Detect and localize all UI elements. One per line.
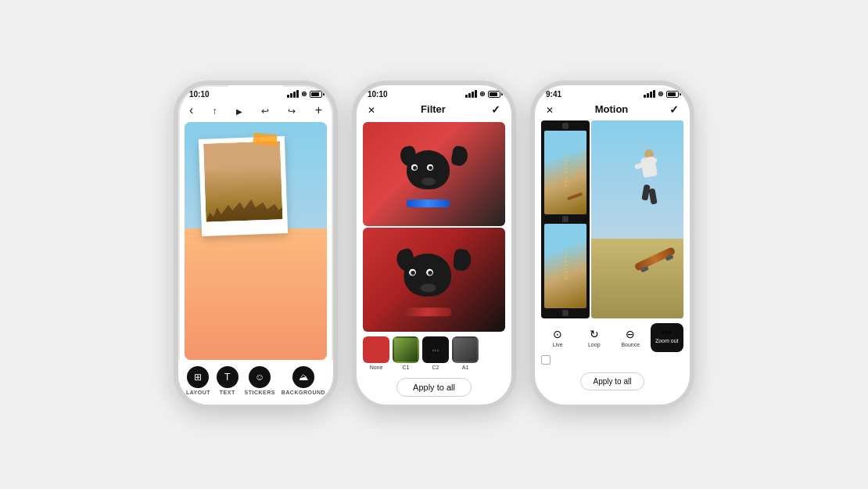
layout-label: LAYOUT	[186, 390, 210, 395]
confirm-button-3[interactable]	[669, 103, 679, 116]
live-option[interactable]: ⊙ Live	[541, 323, 575, 352]
polaroid-sticker	[199, 136, 288, 236]
share-button[interactable]	[213, 104, 217, 117]
signal-icon-3	[644, 90, 655, 98]
background-icon: ⛰	[292, 366, 314, 388]
motion-options: ⊙ Live ↻ Loop ⊖ Bounce ••• Zoom out	[535, 318, 690, 355]
live-icon: ⊙	[553, 328, 562, 340]
layout-icon: ⊞	[187, 366, 209, 388]
play-button[interactable]	[236, 104, 242, 117]
live-label: Live	[553, 342, 563, 347]
filter-none[interactable]: None	[363, 336, 389, 370]
film-text-2: FILMSTRIP	[564, 250, 568, 281]
apply-all-container-2: Apply to all	[357, 373, 511, 405]
film-text-1: KODAK PRO	[564, 156, 568, 189]
film-hole-1	[562, 123, 569, 129]
motion-preview-area: KODAK PRO FILMSTRIP	[541, 120, 683, 318]
toolbar-1	[178, 100, 333, 122]
signal-icon-2	[465, 90, 477, 98]
notch-2	[407, 85, 461, 99]
phone-2: 10:10 ⊛ Filter	[352, 81, 516, 409]
stickers-tool[interactable]: ☺ STICKERS	[245, 366, 275, 395]
filter-a1-label: A1	[462, 365, 469, 370]
tape-decoration	[253, 132, 277, 146]
filter-strip: None C1 ••• C2 A1	[357, 332, 511, 373]
checkbox-row	[535, 355, 690, 366]
filter-c2-thumbnail: •••	[422, 336, 449, 363]
zoom-out-icon: •••	[662, 328, 673, 336]
film-frame-1: KODAK PRO	[544, 131, 586, 215]
battery-icon-3	[666, 91, 679, 98]
phone-1: 10:10 ⊛	[174, 81, 338, 409]
layout-tool[interactable]: ⊞ LAYOUT	[186, 366, 210, 395]
bounce-icon: ⊖	[626, 328, 635, 340]
wifi-icon-1: ⊛	[301, 90, 307, 98]
wifi-icon-3: ⊛	[658, 90, 664, 98]
close-button-3[interactable]	[546, 103, 554, 116]
filter-c2[interactable]: ••• C2	[422, 336, 449, 370]
filter-a1[interactable]: A1	[452, 336, 479, 370]
canvas-area	[185, 122, 327, 360]
filter-title: Filter	[421, 103, 446, 115]
time-2: 10:10	[368, 90, 388, 99]
skater-figure	[630, 149, 669, 204]
dog-illustration-top	[407, 146, 461, 201]
notch-3	[585, 85, 640, 99]
apply-all-container-3: Apply to all	[535, 366, 690, 405]
skater-preview	[591, 120, 683, 318]
status-icons-3: ⊛	[644, 90, 679, 98]
filter-preview-area	[363, 122, 505, 332]
time-3: 9:41	[546, 90, 561, 99]
loop-icon: ↻	[590, 328, 599, 340]
undo-button[interactable]	[261, 104, 269, 117]
apply-checkbox[interactable]	[541, 355, 551, 365]
film-hole-2	[562, 216, 569, 222]
phone-3: 9:41 ⊛ Motion	[530, 81, 694, 409]
bottom-toolbar: ⊞ LAYOUT T TEXT ☺ STICKERS ⛰ BACKGROUND	[178, 360, 333, 405]
battery-icon-1	[310, 91, 322, 98]
filter-preview-bottom	[363, 228, 505, 332]
back-button[interactable]	[189, 103, 193, 117]
filter-c2-label: C2	[432, 365, 439, 370]
apply-all-button-2[interactable]: Apply to all	[396, 378, 472, 397]
motion-title: Motion	[595, 103, 629, 115]
status-icons-2: ⊛	[465, 90, 500, 98]
filter-header: Filter	[357, 100, 511, 122]
filter-c1[interactable]: C1	[393, 336, 419, 370]
battery-icon-2	[488, 91, 500, 98]
wifi-icon-2: ⊛	[479, 90, 486, 98]
time-1: 10:10	[189, 90, 210, 99]
zoom-out-option[interactable]: ••• Zoom out	[651, 323, 684, 352]
filter-a1-thumbnail	[452, 336, 479, 363]
stickers-label: STICKERS	[245, 390, 275, 395]
background-tool[interactable]: ⛰ BACKGROUND	[282, 366, 325, 395]
dog-illustration-bottom	[404, 250, 464, 310]
notch-1	[228, 85, 283, 99]
filter-c1-label: C1	[403, 365, 410, 370]
text-label: TEXT	[220, 390, 235, 395]
film-frame-2: FILMSTRIP	[544, 224, 586, 308]
film-strip: KODAK PRO FILMSTRIP	[541, 120, 590, 318]
text-tool[interactable]: T TEXT	[217, 366, 239, 395]
bounce-label: Bounce	[621, 342, 640, 347]
bounce-option[interactable]: ⊖ Bounce	[614, 323, 647, 352]
redo-button[interactable]	[288, 104, 296, 117]
filter-preview-top	[363, 122, 505, 226]
signal-icon-1	[287, 90, 299, 98]
confirm-button-2[interactable]	[491, 103, 500, 116]
filter-c1-thumbnail	[393, 336, 419, 363]
status-icons-1: ⊛	[287, 90, 322, 98]
background-label: BACKGROUND	[282, 390, 325, 395]
film-hole-3	[562, 310, 569, 316]
loop-label: Loop	[588, 342, 601, 347]
filter-none-label: None	[370, 365, 383, 370]
text-icon: T	[217, 366, 239, 388]
filter-none-thumbnail	[363, 336, 389, 363]
apply-all-button-3[interactable]: Apply to all	[580, 372, 645, 390]
motion-header: Motion	[535, 100, 690, 120]
add-button[interactable]	[315, 103, 322, 117]
loop-option[interactable]: ↻ Loop	[578, 323, 612, 352]
stickers-icon: ☺	[249, 366, 271, 388]
zoom-out-label: Zoom out	[655, 338, 679, 343]
close-button-2[interactable]	[368, 103, 375, 116]
